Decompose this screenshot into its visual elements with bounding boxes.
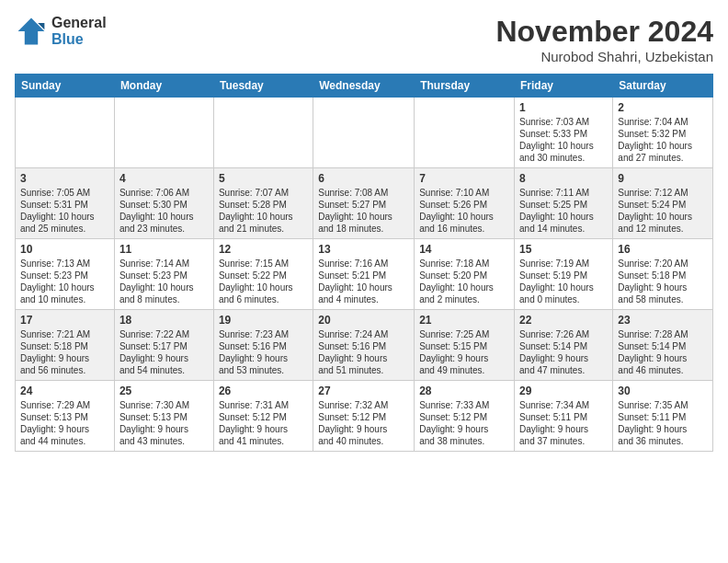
day-number: 9 (618, 172, 708, 185)
day-number: 20 (318, 314, 409, 327)
calendar-cell: 10Sunrise: 7:13 AM Sunset: 5:23 PM Dayli… (16, 239, 115, 310)
day-info: Sunrise: 7:20 AM Sunset: 5:18 PM Dayligh… (618, 258, 708, 305)
day-number: 26 (219, 385, 308, 397)
header-friday: Friday (515, 75, 613, 98)
calendar-week-1: 1Sunrise: 7:03 AM Sunset: 5:33 PM Daylig… (16, 98, 713, 168)
calendar-cell: 17Sunrise: 7:21 AM Sunset: 5:18 PM Dayli… (16, 310, 115, 381)
day-number: 1 (519, 101, 608, 114)
day-info: Sunrise: 7:24 AM Sunset: 5:16 PM Dayligh… (318, 328, 409, 376)
day-number: 24 (20, 385, 109, 397)
logo-blue-text: Blue (51, 31, 107, 48)
day-info: Sunrise: 7:14 AM Sunset: 5:23 PM Dayligh… (119, 258, 209, 305)
calendar-cell: 5Sunrise: 7:07 AM Sunset: 5:28 PM Daylig… (213, 168, 313, 239)
calendar-cell: 14Sunrise: 7:18 AM Sunset: 5:20 PM Dayli… (415, 239, 515, 310)
calendar-cell: 24Sunrise: 7:29 AM Sunset: 5:13 PM Dayli… (16, 381, 115, 452)
page: General Blue November 2024 Nurobod Shahr… (0, 0, 728, 563)
header-row: Sunday Monday Tuesday Wednesday Thursday… (16, 75, 713, 98)
day-info: Sunrise: 7:35 AM Sunset: 5:11 PM Dayligh… (618, 399, 708, 447)
day-info: Sunrise: 7:33 AM Sunset: 5:12 PM Dayligh… (419, 399, 509, 447)
day-number: 16 (618, 243, 708, 256)
day-info: Sunrise: 7:28 AM Sunset: 5:14 PM Dayligh… (618, 328, 708, 376)
day-number: 11 (119, 243, 209, 256)
day-info: Sunrise: 7:05 AM Sunset: 5:31 PM Dayligh… (20, 187, 109, 235)
title-section: November 2024 Nurobod Shahri, Uzbekistan (495, 15, 713, 64)
day-info: Sunrise: 7:16 AM Sunset: 5:21 PM Dayligh… (318, 258, 409, 305)
calendar-cell: 19Sunrise: 7:23 AM Sunset: 5:16 PM Dayli… (213, 310, 313, 381)
day-info: Sunrise: 7:34 AM Sunset: 5:11 PM Dayligh… (519, 399, 608, 447)
day-number: 18 (119, 314, 209, 327)
header-sunday: Sunday (16, 75, 115, 98)
calendar-cell: 30Sunrise: 7:35 AM Sunset: 5:11 PM Dayli… (613, 381, 713, 452)
location: Nurobod Shahri, Uzbekistan (495, 49, 713, 64)
day-info: Sunrise: 7:31 AM Sunset: 5:12 PM Dayligh… (219, 399, 308, 447)
calendar-cell: 1Sunrise: 7:03 AM Sunset: 5:33 PM Daylig… (515, 98, 613, 168)
calendar-cell: 23Sunrise: 7:28 AM Sunset: 5:14 PM Dayli… (613, 310, 713, 381)
calendar-cell: 15Sunrise: 7:19 AM Sunset: 5:19 PM Dayli… (515, 239, 613, 310)
header-monday: Monday (114, 75, 213, 98)
logo-icon (15, 15, 48, 48)
header-tuesday: Tuesday (213, 75, 313, 98)
header: General Blue November 2024 Nurobod Shahr… (15, 15, 713, 64)
day-number: 13 (318, 243, 409, 256)
day-number: 4 (119, 172, 209, 185)
logo-general-text: General (51, 15, 107, 31)
day-info: Sunrise: 7:30 AM Sunset: 5:13 PM Dayligh… (119, 399, 209, 447)
calendar-cell: 4Sunrise: 7:06 AM Sunset: 5:30 PM Daylig… (114, 168, 213, 239)
day-number: 14 (419, 243, 509, 256)
day-number: 22 (519, 314, 608, 327)
svg-marker-0 (18, 18, 45, 45)
day-number: 6 (318, 172, 409, 185)
logo-text: General Blue (51, 15, 107, 47)
day-info: Sunrise: 7:26 AM Sunset: 5:14 PM Dayligh… (519, 328, 608, 376)
calendar-cell: 28Sunrise: 7:33 AM Sunset: 5:12 PM Dayli… (415, 381, 515, 452)
day-info: Sunrise: 7:29 AM Sunset: 5:13 PM Dayligh… (20, 399, 109, 447)
day-info: Sunrise: 7:06 AM Sunset: 5:30 PM Dayligh… (119, 187, 209, 235)
calendar-cell (16, 98, 115, 168)
calendar-cell: 27Sunrise: 7:32 AM Sunset: 5:12 PM Dayli… (313, 381, 415, 452)
calendar-cell (415, 98, 515, 168)
day-info: Sunrise: 7:04 AM Sunset: 5:32 PM Dayligh… (618, 116, 708, 164)
logo: General Blue (15, 15, 107, 48)
calendar-cell: 26Sunrise: 7:31 AM Sunset: 5:12 PM Dayli… (213, 381, 313, 452)
day-info: Sunrise: 7:23 AM Sunset: 5:16 PM Dayligh… (219, 328, 308, 376)
day-number: 27 (318, 385, 409, 397)
day-info: Sunrise: 7:18 AM Sunset: 5:20 PM Dayligh… (419, 258, 509, 305)
calendar-table: Sunday Monday Tuesday Wednesday Thursday… (15, 74, 713, 452)
day-info: Sunrise: 7:13 AM Sunset: 5:23 PM Dayligh… (20, 258, 109, 305)
calendar-cell: 12Sunrise: 7:15 AM Sunset: 5:22 PM Dayli… (213, 239, 313, 310)
calendar-cell: 20Sunrise: 7:24 AM Sunset: 5:16 PM Dayli… (313, 310, 415, 381)
calendar-cell: 9Sunrise: 7:12 AM Sunset: 5:24 PM Daylig… (613, 168, 713, 239)
calendar-week-5: 24Sunrise: 7:29 AM Sunset: 5:13 PM Dayli… (16, 381, 713, 452)
calendar-cell: 8Sunrise: 7:11 AM Sunset: 5:25 PM Daylig… (515, 168, 613, 239)
day-number: 3 (20, 172, 109, 185)
calendar-body: 1Sunrise: 7:03 AM Sunset: 5:33 PM Daylig… (16, 98, 713, 452)
calendar-cell: 6Sunrise: 7:08 AM Sunset: 5:27 PM Daylig… (313, 168, 415, 239)
day-number: 8 (519, 172, 608, 185)
calendar-cell: 22Sunrise: 7:26 AM Sunset: 5:14 PM Dayli… (515, 310, 613, 381)
header-saturday: Saturday (613, 75, 713, 98)
month-title: November 2024 (495, 15, 713, 49)
day-number: 5 (219, 172, 308, 185)
day-info: Sunrise: 7:25 AM Sunset: 5:15 PM Dayligh… (419, 328, 509, 376)
calendar-cell: 18Sunrise: 7:22 AM Sunset: 5:17 PM Dayli… (114, 310, 213, 381)
calendar-week-2: 3Sunrise: 7:05 AM Sunset: 5:31 PM Daylig… (16, 168, 713, 239)
calendar-cell: 3Sunrise: 7:05 AM Sunset: 5:31 PM Daylig… (16, 168, 115, 239)
day-info: Sunrise: 7:12 AM Sunset: 5:24 PM Dayligh… (618, 187, 708, 235)
calendar-cell: 29Sunrise: 7:34 AM Sunset: 5:11 PM Dayli… (515, 381, 613, 452)
header-thursday: Thursday (415, 75, 515, 98)
calendar-week-3: 10Sunrise: 7:13 AM Sunset: 5:23 PM Dayli… (16, 239, 713, 310)
day-number: 10 (20, 243, 109, 256)
day-number: 30 (618, 385, 708, 397)
day-info: Sunrise: 7:10 AM Sunset: 5:26 PM Dayligh… (419, 187, 509, 235)
header-wednesday: Wednesday (313, 75, 415, 98)
day-number: 29 (519, 385, 608, 397)
day-info: Sunrise: 7:15 AM Sunset: 5:22 PM Dayligh… (219, 258, 308, 305)
day-info: Sunrise: 7:03 AM Sunset: 5:33 PM Dayligh… (519, 116, 608, 164)
calendar-cell: 13Sunrise: 7:16 AM Sunset: 5:21 PM Dayli… (313, 239, 415, 310)
calendar-cell: 21Sunrise: 7:25 AM Sunset: 5:15 PM Dayli… (415, 310, 515, 381)
calendar-cell (313, 98, 415, 168)
day-info: Sunrise: 7:21 AM Sunset: 5:18 PM Dayligh… (20, 328, 109, 376)
day-number: 17 (20, 314, 109, 327)
calendar-cell (213, 98, 313, 168)
day-number: 12 (219, 243, 308, 256)
